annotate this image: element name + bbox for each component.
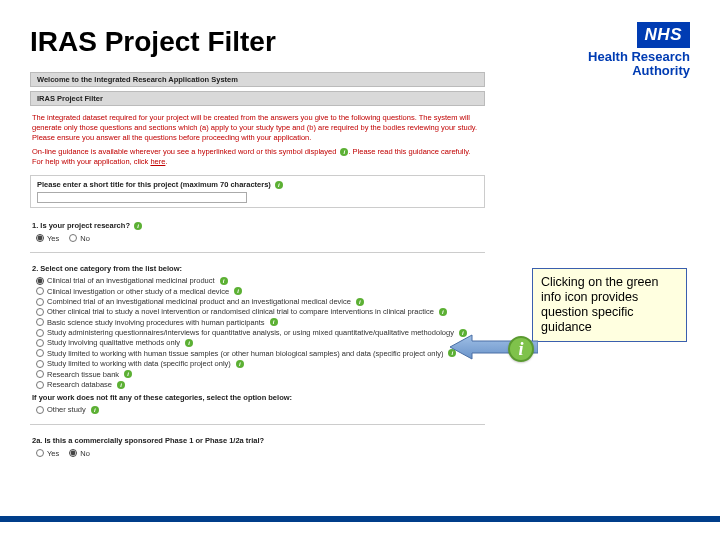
hra-text: Health ResearchAuthority (588, 50, 690, 77)
q2-opt[interactable]: Other clinical trial to study a novel in… (36, 307, 483, 316)
q1-head: 1. Is your project research? i (32, 221, 483, 230)
q2-opt[interactable]: Study administering questionnaires/inter… (36, 328, 483, 337)
page-title: IRAS Project Filter (30, 26, 276, 58)
info-icon[interactable]: i (220, 277, 228, 285)
iras-panel: Welcome to the Integrated Research Appli… (30, 72, 485, 463)
short-title-label: Please enter a short title for this proj… (37, 180, 271, 189)
short-title-input[interactable] (37, 192, 247, 203)
info-icon[interactable]: i (270, 318, 278, 326)
q1-yes[interactable]: Yes (36, 234, 59, 243)
q2-other[interactable]: Other studyi (36, 405, 483, 414)
q2-opt[interactable]: Study limited to working with human tiss… (36, 349, 483, 358)
info-icon[interactable]: i (356, 298, 364, 306)
info-icon[interactable]: i (91, 406, 99, 414)
q2-opt[interactable]: Basic science study involving procedures… (36, 318, 483, 327)
info-icon[interactable]: i (185, 339, 193, 347)
q2-head: 2. Select one category from the list bel… (32, 264, 483, 273)
footer-bar (0, 516, 720, 522)
callout-box: Clicking on the green info icon provides… (532, 268, 687, 342)
q2a-yes[interactable]: Yes (36, 449, 59, 458)
hra-logo: NHS Health ResearchAuthority (588, 22, 690, 77)
q2-options: Clinical trial of an investigational med… (32, 276, 483, 389)
q2-opt[interactable]: Research tissue banki (36, 370, 483, 379)
q2-opt[interactable]: Combined trial of an investigational med… (36, 297, 483, 306)
filter-bar: IRAS Project Filter (30, 91, 485, 106)
q2-block: 2. Select one category from the list bel… (30, 257, 485, 420)
separator (30, 252, 485, 253)
info-icon[interactable]: i (124, 370, 132, 378)
info-icon[interactable]: i (459, 329, 467, 337)
info-icon[interactable]: i (117, 381, 125, 389)
intro-text-2: On-line guidance is available wherever y… (30, 144, 485, 169)
nhs-badge: NHS (637, 22, 690, 48)
big-info-icon: i (508, 336, 534, 362)
q2a-block: 2a. Is this a commercially sponsored Pha… (30, 429, 485, 463)
q2-none-note: If your work does not fit any of these c… (32, 393, 483, 402)
q2-opt[interactable]: Clinical investigation or other study of… (36, 287, 483, 296)
info-icon[interactable]: i (234, 287, 242, 295)
q1-block: 1. Is your project research? i Yes No (30, 214, 485, 248)
q2a-no[interactable]: No (69, 449, 90, 458)
welcome-bar: Welcome to the Integrated Research Appli… (30, 72, 485, 87)
info-icon[interactable]: i (439, 308, 447, 316)
info-icon[interactable]: i (448, 349, 456, 357)
q2-opt[interactable]: Clinical trial of an investigational med… (36, 276, 483, 285)
q2-opt[interactable]: Research databasei (36, 380, 483, 389)
info-icon[interactable]: i (275, 181, 283, 189)
intro-text-1: The integrated dataset required for your… (30, 110, 485, 144)
info-icon[interactable]: i (134, 222, 142, 230)
q2a-head: 2a. Is this a commercially sponsored Pha… (32, 436, 483, 445)
q2-opt[interactable]: Study limited to working with data (spec… (36, 359, 483, 368)
short-title-section: Please enter a short title for this proj… (30, 175, 485, 208)
separator (30, 424, 485, 425)
help-link[interactable]: here (150, 157, 165, 166)
info-icon[interactable]: i (236, 360, 244, 368)
q1-no[interactable]: No (69, 234, 90, 243)
q2-opt[interactable]: Study involving qualitative methods only… (36, 338, 483, 347)
